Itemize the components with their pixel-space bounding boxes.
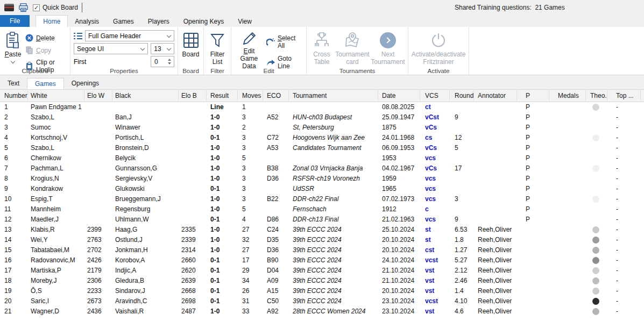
column-header-elo_w[interactable]: Elo W <box>84 90 112 102</box>
cell-tournament: Zonal 03 Vrnjacka Banja <box>289 163 378 174</box>
cell-white: Espig,T <box>28 194 84 204</box>
game-row-18[interactable]: 18Moreby,J2306Gledura,B26390-134A0939th … <box>0 276 644 286</box>
cell-annotator: Reeh,Oliver <box>474 286 517 296</box>
column-header-theo[interactable]: Theo... <box>586 90 607 102</box>
ribbon-tab-players[interactable]: Players <box>141 15 176 27</box>
column-header-white[interactable]: White <box>28 90 84 102</box>
ribbon-tab-file[interactable]: File <box>0 15 30 27</box>
column-header-elo_b[interactable]: Elo B <box>179 90 207 102</box>
game-row-16[interactable]: 16Radovanovic,M2426Korobov,A26600-117B90… <box>0 255 644 266</box>
delete-button[interactable]: Delete <box>24 33 68 43</box>
cell-eco: A15 <box>263 286 289 296</box>
game-row-17[interactable]: 17Martiska,P2179Indjic,A26200-129D0439th… <box>0 266 644 276</box>
game-row-20[interactable]: 20Saric,I2673Aravindh,C26980-131C5039th … <box>0 296 644 306</box>
game-row-14[interactable]: 14Wei,Y2763Ostlund,J23391-032D3539th ECC… <box>0 235 644 245</box>
ribbon-tab-view[interactable]: View <box>231 15 259 27</box>
game-row-9[interactable]: 9KondrakowGlukowski0-13UdSSR1965vcsP- <box>0 184 644 194</box>
cell-theo <box>586 235 607 245</box>
game-row-15[interactable]: 15Tabatabaei,M2702Jonkman,H23141-027D363… <box>0 245 644 255</box>
ribbon-tab-games[interactable]: Games <box>106 15 141 27</box>
game-row-2[interactable]: 2Szabo,LBan,J1-03A52HUN-ch03 Budapest25.… <box>0 112 644 123</box>
cell-vcs: vCs <box>420 163 450 174</box>
cell-vcs: vcs <box>420 214 450 225</box>
board-button[interactable]: Board <box>180 29 201 59</box>
list-format-icon[interactable] <box>74 32 82 40</box>
column-header-top[interactable]: Top ... <box>607 90 641 102</box>
cell-top: - <box>607 296 641 306</box>
game-row-5[interactable]: 5Szabo,LBronstein,D1-03A53Candidates Tou… <box>0 143 644 153</box>
ribbon-tab-opening-keys[interactable]: Opening Keys <box>176 15 231 27</box>
column-header-result[interactable]: Result <box>207 90 238 102</box>
printer-icon[interactable] <box>18 3 29 12</box>
cell-round <box>450 174 474 184</box>
paste-button[interactable]: Paste <box>2 29 24 67</box>
column-header-vcs[interactable]: VCS <box>420 90 450 102</box>
column-header-round[interactable]: Round <box>450 90 474 102</box>
column-header-p[interactable]: P <box>517 90 549 102</box>
list-tab-games[interactable]: Games <box>27 78 64 89</box>
column-header-moves[interactable]: Moves <box>238 90 263 102</box>
column-header-number[interactable]: Number <box>0 90 28 102</box>
toolbar-customize-icon[interactable] <box>82 3 87 12</box>
theory-weight-dot <box>592 298 599 305</box>
game-row-13[interactable]: 13Klabis,R2399Haag,G23351-027C2439th ECC… <box>0 225 644 235</box>
cell-theo <box>586 184 607 194</box>
cell-round <box>450 153 474 163</box>
column-header-eco[interactable]: ECO <box>263 90 289 102</box>
cell-round <box>450 102 474 112</box>
cell-elo_w: 2673 <box>84 296 112 306</box>
theory-weight-dot <box>592 257 599 264</box>
font-select[interactable]: Segoe UI <box>74 43 148 54</box>
cell-vcs: vst <box>420 306 450 317</box>
cell-eco <box>263 102 289 112</box>
cell-white: Chernikow <box>28 153 84 163</box>
edit-game-data-button[interactable]: Edit Game Data <box>233 29 265 67</box>
font-size-select[interactable]: 13 <box>151 43 174 54</box>
filter-list-button[interactable]: Filter List <box>206 29 229 67</box>
game-row-10[interactable]: 10Espig,TBrueggemann,J1-03B22DDR-ch22 Fi… <box>0 194 644 204</box>
ribbon-tab-analysis[interactable]: Analysis <box>68 15 106 27</box>
cell-vcs: vcst <box>420 296 450 306</box>
column-header-medals[interactable]: Medals <box>549 90 586 102</box>
game-row-3[interactable]: 3SumocWinawer1-02St, Petersburg1875vCsP- <box>0 123 644 133</box>
cell-elo_b <box>179 143 207 153</box>
first-spinner[interactable]: 0 <box>151 56 174 67</box>
cell-elo_b <box>179 133 207 143</box>
cell-date: 23.10.2024 <box>378 306 420 317</box>
cell-moves: 3 <box>238 163 263 174</box>
cell-top: - <box>607 245 641 255</box>
game-row-19[interactable]: 19Ō,S2233Sindarov,J26680-126A1539th ECCC… <box>0 286 644 296</box>
game-row-8[interactable]: 8Krogius,NSergievsky,V1-03D36RSFSR-ch19 … <box>0 174 644 184</box>
cell-eco: A52 <box>263 112 289 123</box>
column-header-annotator[interactable]: Annotator <box>474 90 517 102</box>
cell-medals <box>549 255 586 266</box>
column-header-tournament[interactable]: Tournament <box>289 90 378 102</box>
column-header-black[interactable]: Black <box>112 90 179 102</box>
cell-number: 14 <box>0 235 28 245</box>
cell-result: 1-0 <box>207 225 238 235</box>
game-header-select[interactable]: Full Game Header <box>85 30 174 41</box>
quick-board-checkbox[interactable]: ✓ <box>33 4 40 11</box>
ribbon: Paste Delete Copy <box>0 27 644 75</box>
cell-medals <box>549 133 586 143</box>
cell-theo <box>586 214 607 225</box>
cell-p: P <box>517 123 549 133</box>
game-row-7[interactable]: 7Pachman,LGunnarsson,G1-03B38Zonal 03 Vr… <box>0 163 644 174</box>
game-row-6[interactable]: 6ChernikowBelycik1-051953vcsP- <box>0 153 644 163</box>
cell-date: 20.10.2024 <box>378 286 420 296</box>
game-row-21[interactable]: 21Wagner,D2436Vaishali,R24871-033A9228th… <box>0 306 644 317</box>
cell-annotator <box>474 174 517 184</box>
game-row-1[interactable]: 1Pawn Endgame 1Line108.08.2025ctP- <box>0 102 644 112</box>
list-tab-text[interactable]: Text <box>0 78 27 89</box>
ribbon-tab-home[interactable]: Home <box>36 15 68 27</box>
game-row-4[interactable]: 4Kortschnoj,VPortisch,L0-13C72Hoogovens … <box>0 133 644 143</box>
game-row-11[interactable]: 11MannheimRegensburg1-05Fernschach1912cP… <box>0 204 644 214</box>
select-all-button[interactable]: Select All <box>265 33 304 51</box>
game-row-12[interactable]: 12Maedler,JUhlmann,W0-14D86DDR-ch13 Fina… <box>0 214 644 225</box>
column-header-date[interactable]: Date <box>378 90 420 102</box>
cell-eco <box>263 123 289 133</box>
cell-tournament: DDR-ch13 Final <box>289 214 378 225</box>
cell-result: 1-0 <box>207 306 238 317</box>
list-tab-openings[interactable]: Openings <box>64 78 107 89</box>
cell-vcs: vCst <box>420 112 450 123</box>
